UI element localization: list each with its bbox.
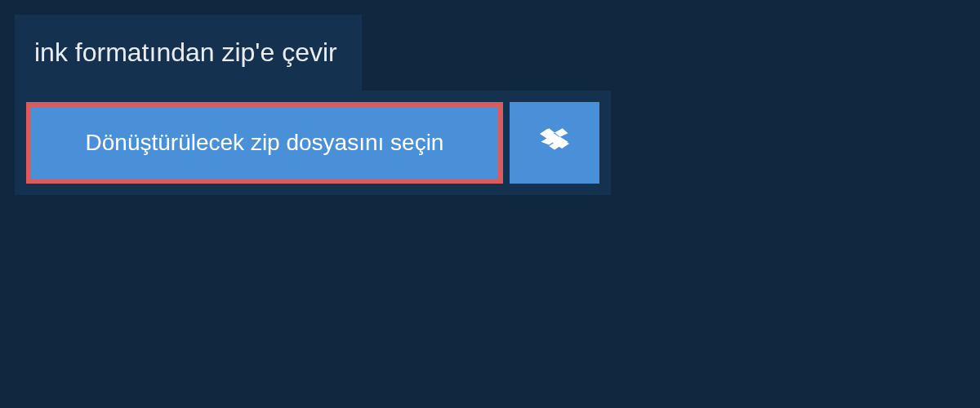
upload-panel: Dönüştürülecek zip dosyasını seçin xyxy=(15,91,611,195)
select-file-button[interactable]: Dönüştürülecek zip dosyasını seçin xyxy=(26,102,503,184)
dropbox-icon xyxy=(540,126,569,159)
dropbox-button[interactable] xyxy=(510,102,599,184)
select-file-button-label: Dönüştürülecek zip dosyasını seçin xyxy=(86,130,444,156)
page-title-tab: ink formatından zip'e çevir xyxy=(15,15,362,91)
page-title: ink formatından zip'e çevir xyxy=(34,38,337,67)
